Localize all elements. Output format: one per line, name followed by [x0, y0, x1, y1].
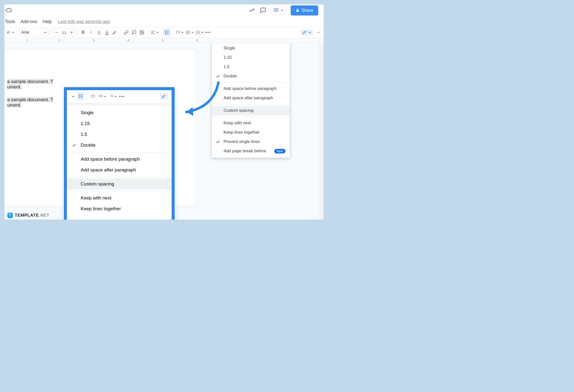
menu-item-label: Add space before paragraph	[224, 86, 277, 91]
menu-tools[interactable]: Tools	[5, 19, 15, 24]
toolbar: xt Arial − + B I U A	[4, 27, 324, 38]
numbered-list-button[interactable]: 123	[195, 28, 204, 36]
numbered-list-icon	[109, 94, 114, 99]
menu-item-label: Double	[81, 142, 95, 148]
custom-spacing-option[interactable]: Custom spacing	[67, 179, 172, 189]
italic-button[interactable]: I	[87, 28, 95, 36]
annotation-callout: ••• Single1.151.5DoubleAdd space before …	[64, 87, 175, 220]
add-comment-button[interactable]	[130, 28, 138, 36]
underline-button[interactable]: U	[95, 28, 102, 36]
paragraph-option[interactable]: Keep lines together	[67, 203, 172, 214]
callout-ruler	[67, 103, 172, 105]
menu-item-label: 1.15	[224, 55, 232, 60]
line-spacing-menu-callout: Single1.151.5DoubleAdd space before para…	[67, 106, 172, 214]
separator	[147, 29, 148, 35]
menu-item-label: Keep with next	[81, 195, 111, 201]
separator	[173, 29, 173, 35]
line-spacing-option[interactable]: Single	[67, 107, 172, 118]
menu-help[interactable]: Help	[42, 19, 52, 24]
paragraph-style-dropdown[interactable]: xt	[6, 28, 15, 36]
bulleted-list-button[interactable]	[98, 93, 107, 100]
svg-point-4	[141, 31, 142, 32]
watermark-brand: TEMPLATE	[15, 213, 39, 218]
menu-divider	[67, 152, 172, 152]
line-spacing-option[interactable]: Single	[212, 43, 290, 53]
comment-history-icon[interactable]	[260, 7, 266, 14]
caret-down-icon	[44, 32, 46, 33]
svg-rect-17	[188, 31, 190, 31]
caret-down-icon	[201, 32, 203, 33]
paragraph-option[interactable]: Keep with next	[67, 193, 172, 203]
last-edit-link[interactable]: Last edit was seconds ago	[58, 19, 110, 24]
document-area: a sample document. T ument. a sample doc…	[4, 43, 324, 220]
svg-point-34	[99, 96, 100, 97]
paragraph-option[interactable]: Add page break beforeNew	[212, 146, 290, 156]
insert-image-button[interactable]	[138, 28, 145, 36]
font-size-input[interactable]	[60, 30, 68, 35]
font-family-dropdown[interactable]: Arial	[19, 29, 48, 36]
doc-text: a sample document. T	[7, 97, 53, 102]
line-spacing-option[interactable]: 1.15	[67, 118, 172, 129]
paragraph-option[interactable]: Prevent single lines	[212, 137, 290, 146]
check-icon	[216, 140, 220, 144]
text-color-button[interactable]: A	[103, 28, 110, 36]
font-size-decrease[interactable]: −	[53, 30, 60, 35]
present-button[interactable]	[271, 6, 286, 15]
svg-point-33	[99, 95, 100, 95]
bulleted-list-button[interactable]	[185, 28, 194, 36]
bullet-list-icon	[98, 94, 103, 99]
menu-addons[interactable]: Add-ons	[21, 19, 37, 24]
line-spacing-option[interactable]: 1.5	[67, 129, 172, 140]
line-spacing-option[interactable]: Double	[212, 72, 290, 81]
paragraph-option[interactable]: Keep lines together	[212, 128, 290, 137]
svg-point-14	[186, 31, 187, 31]
doc-text: a sample document. T	[7, 79, 53, 84]
editing-mode-button[interactable]	[159, 93, 168, 100]
line-spacing-button[interactable]	[77, 93, 84, 100]
editing-mode-button[interactable]	[301, 29, 313, 35]
check-icon	[72, 143, 76, 147]
line-spacing-icon	[164, 30, 169, 35]
line-spacing-option[interactable]: Double	[67, 140, 172, 150]
doc-text: ument.	[7, 102, 21, 108]
svg-rect-19	[188, 33, 190, 34]
align-left-icon	[150, 30, 155, 35]
numbered-list-button[interactable]	[108, 93, 117, 100]
menu-bar: Tools Add-ons Help Last edit was seconds…	[4, 16, 324, 27]
present-icon	[274, 8, 279, 13]
paragraph-style-label: xt	[7, 30, 10, 35]
share-button[interactable]: Share	[291, 5, 318, 16]
highlight-color-button[interactable]	[111, 28, 118, 36]
spacing-option[interactable]: Add space after paragraph	[67, 165, 172, 175]
checklist-button[interactable]	[175, 28, 184, 36]
font-family-label: Arial	[21, 30, 29, 35]
line-spacing-option[interactable]: 1.5	[212, 62, 290, 72]
line-spacing-button[interactable]	[163, 28, 171, 36]
align-button[interactable]	[150, 28, 159, 36]
scrollbar-track[interactable]	[319, 43, 324, 220]
spacing-option[interactable]: Add space before paragraph	[67, 154, 172, 165]
caret-down-icon	[115, 96, 117, 97]
bold-button[interactable]: B	[80, 28, 87, 36]
menu-item-label: Add space after paragraph	[224, 95, 273, 100]
font-size-increase[interactable]: +	[68, 30, 75, 35]
activity-icon[interactable]	[248, 7, 255, 14]
chevron-up-icon	[316, 30, 320, 34]
line-spacing-option[interactable]: 1.15	[212, 53, 290, 62]
separator	[17, 29, 17, 35]
svg-point-15	[186, 32, 187, 33]
font-size-control: − +	[53, 29, 75, 36]
caret-down-icon	[191, 32, 193, 33]
ruler-tick: 5	[162, 39, 164, 42]
watermark: T TEMPLATE.NET	[7, 213, 49, 218]
menu-item-label: 1.15	[81, 121, 90, 126]
menu-item-label: Custom spacing	[224, 108, 254, 113]
checklist-button[interactable]	[89, 93, 97, 100]
insert-link-button[interactable]	[123, 28, 130, 36]
more-button[interactable]: •••	[118, 93, 126, 100]
more-button[interactable]: •••	[204, 28, 212, 36]
separator	[161, 29, 161, 35]
share-label: Share	[302, 8, 313, 13]
collapse-toolbar-button[interactable]	[315, 28, 322, 36]
menu-divider	[67, 191, 172, 191]
